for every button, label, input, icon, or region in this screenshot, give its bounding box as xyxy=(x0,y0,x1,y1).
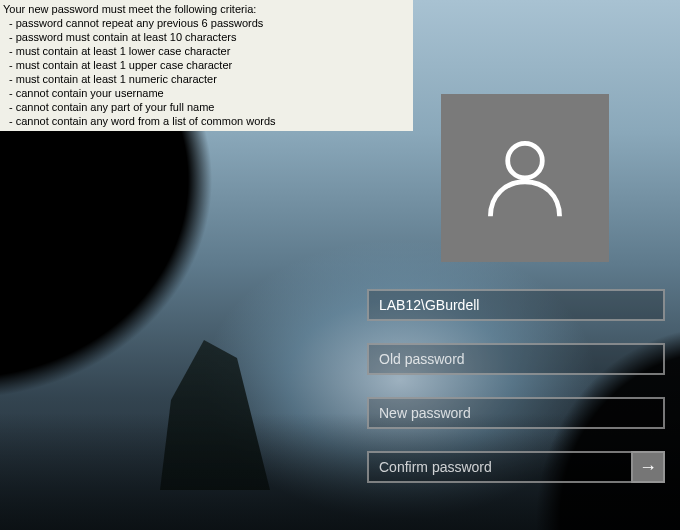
criteria-rule: - password cannot repeat any previous 6 … xyxy=(3,16,410,30)
criteria-rule: - must contain at least 1 upper case cha… xyxy=(3,58,410,72)
criteria-rule: - cannot contain any word from a list of… xyxy=(3,114,410,128)
svg-point-0 xyxy=(508,143,543,178)
criteria-rule: - cannot contain any part of your full n… xyxy=(3,100,410,114)
new-password-field[interactable] xyxy=(367,397,665,429)
criteria-rule: - cannot contain your username xyxy=(3,86,410,100)
user-avatar-tile xyxy=(441,94,609,262)
user-icon xyxy=(477,128,573,228)
criteria-rule: - must contain at least 1 numeric charac… xyxy=(3,72,410,86)
criteria-rule: - must contain at least 1 lower case cha… xyxy=(3,44,410,58)
old-password-field[interactable] xyxy=(367,343,665,375)
arrow-right-icon: → xyxy=(639,457,657,478)
submit-button[interactable]: → xyxy=(631,451,665,483)
username-field[interactable] xyxy=(367,289,665,321)
password-criteria-panel: Your new password must meet the followin… xyxy=(0,0,413,131)
criteria-heading: Your new password must meet the followin… xyxy=(3,2,410,16)
confirm-password-field[interactable] xyxy=(367,451,631,483)
confirm-row: → xyxy=(367,451,665,483)
password-change-form: → xyxy=(367,289,665,483)
criteria-rule: - password must contain at least 10 char… xyxy=(3,30,410,44)
